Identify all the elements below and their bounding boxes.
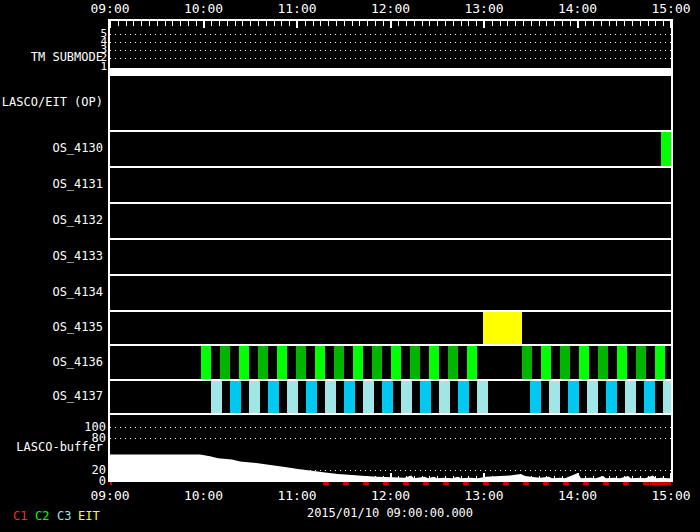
schedule-bar-os-4137 bbox=[477, 381, 488, 413]
buffer-red-mark bbox=[443, 482, 449, 485]
buffer-tick-label: 0 bbox=[0, 475, 106, 488]
buffer-fill bbox=[110, 455, 671, 482]
schedule-bar-os-4136 bbox=[334, 346, 344, 379]
schedule-bar-os-4136 bbox=[448, 346, 458, 379]
schedule-bar-os-4137 bbox=[363, 381, 374, 413]
buffer-red-mark bbox=[623, 482, 629, 485]
schedule-bar-os-4137 bbox=[287, 381, 298, 413]
panel-separator bbox=[108, 310, 673, 312]
buffer-red-mark bbox=[363, 482, 369, 485]
panel-separator bbox=[108, 238, 673, 240]
schedule-bar-os-4136 bbox=[655, 346, 665, 379]
time-label-bottom: 10:00 bbox=[179, 488, 229, 503]
buffer-red-mark bbox=[603, 482, 609, 485]
schedule-bar-os-4136 bbox=[522, 346, 532, 379]
schedule-bar-os-4137 bbox=[606, 381, 617, 413]
date-label: 2015/01/10 09:00:00.000 bbox=[270, 506, 510, 520]
schedule-bar-os-4136 bbox=[296, 346, 306, 379]
buffer-red-mark bbox=[343, 482, 349, 485]
buffer-red-mark bbox=[483, 482, 489, 485]
buffer-red-mark bbox=[650, 482, 671, 485]
schedule-bar-os-4136 bbox=[617, 346, 627, 379]
schedule-bar-os-4136 bbox=[410, 346, 420, 379]
schedule-bar-os-4137 bbox=[458, 381, 469, 413]
buffer-red-mark bbox=[503, 482, 509, 485]
panel-separator bbox=[108, 130, 673, 132]
submode-gridline bbox=[110, 34, 671, 35]
time-label-bottom: 14:00 bbox=[553, 488, 603, 503]
buffer-tick-label: 80 bbox=[0, 432, 106, 445]
schedule-bar-os-4136 bbox=[201, 346, 211, 379]
time-label-top: 13:00 bbox=[459, 1, 509, 16]
schedule-bar-os-4135 bbox=[483, 312, 522, 344]
submode-gridline bbox=[110, 42, 671, 43]
row-label-os-4133: OS_4133 bbox=[0, 249, 103, 264]
row-label-os-4130: OS_4130 bbox=[0, 141, 103, 156]
schedule-bar-os-4136 bbox=[391, 346, 401, 379]
schedule-bar-os-4136 bbox=[541, 346, 551, 379]
panel-separator bbox=[108, 274, 673, 276]
submode-gridline bbox=[110, 58, 671, 59]
schedule-bar-os-4136 bbox=[579, 346, 589, 379]
time-label-bottom: 12:00 bbox=[366, 488, 416, 503]
buffer-red-mark bbox=[583, 482, 589, 485]
buffer-red-mark bbox=[463, 482, 469, 485]
schedule-bar-os-4137 bbox=[249, 381, 260, 413]
buffer-red-mark bbox=[523, 482, 529, 485]
time-label-top: 09:00 bbox=[85, 1, 135, 16]
schedule-bar-os-4137 bbox=[306, 381, 317, 413]
schedule-bar-os-4137 bbox=[568, 381, 579, 413]
buffer-red-mark bbox=[643, 482, 649, 485]
buffer-red-mark bbox=[423, 482, 429, 485]
frame-right-border bbox=[671, 19, 673, 482]
panel-separator bbox=[108, 202, 673, 204]
legend-item-eit: EIT bbox=[78, 509, 100, 523]
buffer-red-mark bbox=[383, 482, 389, 485]
schedule-bar-os-4136 bbox=[258, 346, 268, 379]
buffer-red-mark bbox=[543, 482, 549, 485]
schedule-bar-os-4136 bbox=[372, 346, 382, 379]
panel-separator bbox=[108, 19, 673, 21]
schedule-bar-os-4137 bbox=[663, 381, 671, 413]
time-label-top: 11:00 bbox=[272, 1, 322, 16]
schedule-bar-os-4137 bbox=[549, 381, 560, 413]
schedule-bar-os-4137 bbox=[230, 381, 241, 413]
submode-value-bar bbox=[110, 68, 671, 75]
hour-tick-top bbox=[390, 20, 392, 28]
row-label-os-4134: OS_4134 bbox=[0, 285, 103, 300]
schedule-bar-os-4136 bbox=[598, 346, 608, 379]
time-label-bottom: 09:00 bbox=[85, 488, 135, 503]
legend-item-c3: C3 bbox=[57, 509, 71, 523]
schedule-bar-os-4137 bbox=[530, 381, 541, 413]
schedule-bar-os-4136 bbox=[429, 346, 439, 379]
buffer-red-mark bbox=[110, 482, 112, 485]
row-label-lasco-eit-op: LASCO/EIT (OP) bbox=[0, 95, 103, 110]
submode-gridline bbox=[110, 50, 671, 51]
schedule-bar-os-4137 bbox=[344, 381, 355, 413]
hour-tick-top bbox=[296, 20, 298, 28]
panel-separator bbox=[108, 166, 673, 168]
hour-tick-top bbox=[577, 20, 579, 28]
row-label-os-4131: OS_4131 bbox=[0, 177, 103, 192]
schedule-bar-os-4136 bbox=[560, 346, 570, 379]
schedule-bar-os-4137 bbox=[644, 381, 655, 413]
schedule-chart: 09:0009:0010:0010:0011:0011:0012:0012:00… bbox=[0, 0, 700, 532]
buffer-red-mark bbox=[563, 482, 569, 485]
buffer-red-mark bbox=[403, 482, 409, 485]
time-label-top: 15:00 bbox=[646, 1, 696, 16]
legend-item-c1: C1 bbox=[13, 509, 27, 523]
time-label-top: 14:00 bbox=[553, 1, 603, 16]
hour-tick-top bbox=[203, 20, 205, 28]
schedule-bar-os-4137 bbox=[211, 381, 222, 413]
row-label-os-4137: OS_4137 bbox=[0, 389, 103, 404]
schedule-bar-os-4137 bbox=[625, 381, 636, 413]
schedule-bar-os-4136 bbox=[353, 346, 363, 379]
schedule-bar-os-4136 bbox=[315, 346, 325, 379]
time-label-top: 12:00 bbox=[366, 1, 416, 16]
time-label-bottom: 13:00 bbox=[459, 488, 509, 503]
time-label-top: 10:00 bbox=[179, 1, 229, 16]
schedule-bar-os-4137 bbox=[268, 381, 279, 413]
schedule-bar-os-4137 bbox=[325, 381, 336, 413]
row-label-os-4135: OS_4135 bbox=[0, 320, 103, 335]
hour-tick-top bbox=[483, 20, 485, 28]
